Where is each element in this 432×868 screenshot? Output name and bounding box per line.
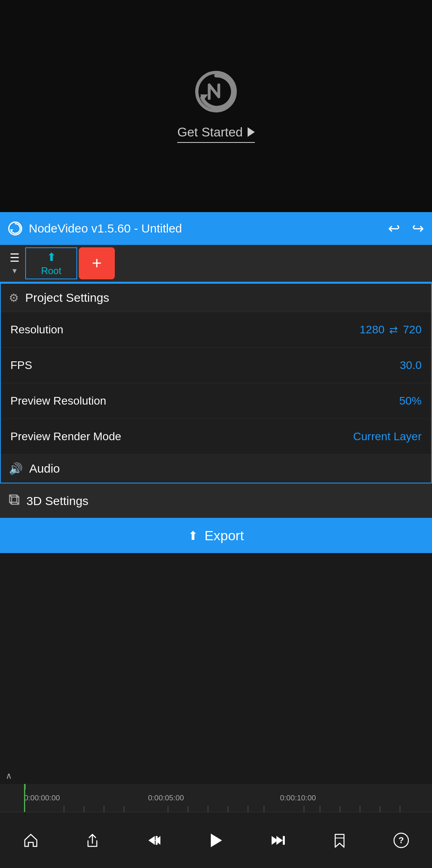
preview-render-mode-value: Current Layer [353, 430, 422, 443]
speaker-icon: 🔊 [9, 462, 23, 475]
fps-row[interactable]: FPS 30.0 [1, 347, 431, 383]
redo-button[interactable]: ↪ [412, 220, 424, 237]
timeline-chevron-icon: ∧ [6, 771, 12, 781]
fps-value: 30.0 [400, 359, 422, 372]
play-button[interactable] [200, 824, 232, 856]
svg-marker-3 [10, 229, 13, 232]
svg-text:?: ? [398, 835, 404, 845]
gear-icon: ⚙ [9, 291, 19, 305]
project-settings-title: Project Settings [25, 291, 109, 305]
skip-button[interactable] [262, 824, 294, 856]
resolution-label: Resolution [10, 323, 360, 336]
list-icon: ☰ [10, 251, 20, 265]
rewind-button[interactable] [138, 824, 170, 856]
svg-marker-32 [276, 836, 283, 845]
fps-number: 30.0 [400, 359, 422, 372]
preview-render-mode-text: Current Layer [353, 430, 422, 443]
resolution-height: 720 [403, 323, 422, 336]
playhead [24, 784, 25, 812]
preview-area: Get Started [0, 0, 432, 212]
bottom-nav-bar: ? [0, 812, 432, 868]
resolution-row[interactable]: Resolution 1280 ⇄ 720 [1, 312, 431, 347]
play-triangle-icon [248, 127, 255, 137]
resolution-value: 1280 ⇄ 720 [360, 323, 422, 336]
preview-render-mode-row[interactable]: Preview Render Mode Current Layer [1, 419, 431, 454]
get-started-label: Get Started [177, 125, 243, 140]
resolution-width: 1280 [360, 323, 384, 336]
svg-marker-30 [211, 834, 222, 847]
plus-icon: + [92, 254, 102, 273]
get-started-button[interactable]: Get Started [177, 125, 255, 143]
export-button[interactable]: ⬆ Export [0, 518, 432, 553]
help-button[interactable]: ? [385, 824, 417, 856]
share-button[interactable] [76, 824, 108, 856]
audio-label: Audio [29, 462, 60, 475]
export-upload-icon: ⬆ [188, 529, 198, 543]
tab-list-toggle[interactable]: ☰ ▼ [4, 251, 25, 275]
fps-label: FPS [10, 359, 400, 372]
project-settings-header: ⚙ Project Settings [1, 284, 431, 312]
swap-icon: ⇄ [389, 324, 398, 336]
svg-marker-27 [148, 836, 155, 845]
3d-settings-row[interactable]: 3D Settings [0, 483, 432, 518]
tab-root-label: Root [41, 265, 62, 277]
svg-rect-33 [283, 836, 285, 845]
add-tab-button[interactable]: + [79, 247, 115, 279]
title-bar: NodeVideo v1.5.60 - Untitled ↩ ↪ [0, 212, 432, 245]
preview-resolution-value: 50% [399, 395, 422, 407]
audio-section-header[interactable]: 🔊 Audio [1, 454, 431, 483]
tab-bar: ☰ ▼ ⬆ Root + [0, 245, 432, 283]
preview-resolution-row[interactable]: Preview Resolution 50% [1, 383, 431, 419]
upload-icon: ⬆ [47, 251, 56, 264]
preview-resolution-label: Preview Resolution [10, 395, 399, 407]
export-label: Export [204, 528, 244, 543]
project-settings-panel: ⚙ Project Settings Resolution 1280 ⇄ 720… [0, 283, 432, 483]
timeline-collapse-row[interactable]: ∧ [0, 768, 432, 784]
tab-root[interactable]: ⬆ Root [25, 247, 77, 279]
undo-button[interactable]: ↩ [388, 220, 400, 237]
home-button[interactable] [15, 824, 47, 856]
title-bar-logo-icon [8, 221, 22, 236]
title-bar-actions: ↩ ↪ [388, 220, 424, 237]
app-title: NodeVideo v1.5.60 - Untitled [29, 222, 382, 235]
app-logo [194, 70, 238, 114]
timeline-ruler[interactable]: 0:00:00:00 0:00:05:00 0:00:10:00 [0, 784, 432, 812]
timeline-section: ∧ 0:00:00:00 0:00:05:00 0:00:10:00 [0, 768, 432, 812]
preview-render-mode-label: Preview Render Mode [10, 430, 353, 443]
cube-icon [8, 493, 20, 508]
preview-resolution-number: 50% [399, 395, 422, 407]
3d-settings-label: 3D Settings [26, 494, 88, 508]
bookmark-button[interactable] [324, 824, 356, 856]
chevron-down-icon: ▼ [11, 267, 18, 275]
